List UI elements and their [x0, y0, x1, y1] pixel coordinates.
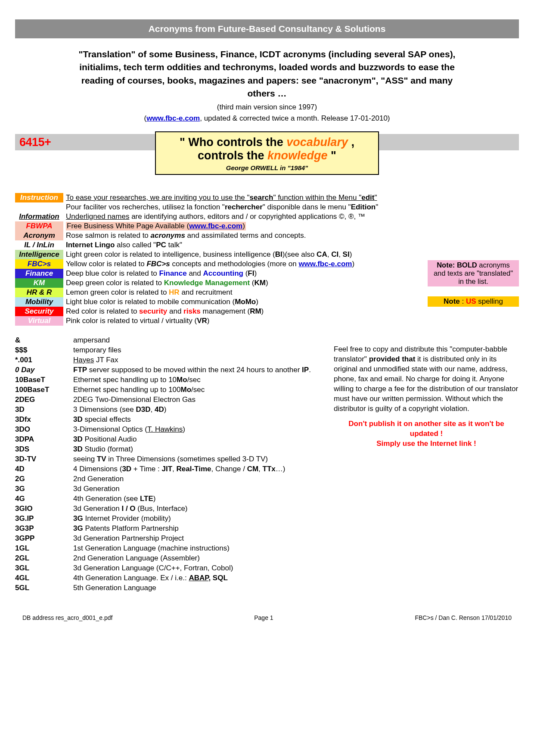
acronym-term: 10BaseT — [15, 375, 73, 385]
intro-link[interactable]: www.fbc-e.com — [146, 114, 200, 122]
acronym-def: 3d Generation I / O (Bus, Interface) — [73, 504, 519, 513]
note-us: Note : US spelling — [428, 296, 519, 307]
acronym-def: 4th Generation Language. Ex / i.e.: ABAP… — [73, 573, 519, 583]
acronym-def: 3G Patents Platform Partnership — [73, 523, 519, 533]
acronym-def: 3d Generation Partnership Project — [73, 533, 519, 543]
intro-sub1: (third main version since 1997) — [71, 103, 463, 112]
acronym-term: & — [15, 335, 73, 345]
legend-virtual: Virtual — [15, 316, 63, 326]
warning-line2: Simply use the Internet link ! — [334, 439, 519, 448]
quote-attr: George ORWELL in "1984" — [160, 164, 374, 171]
acronym-row: 3GPP3d Generation Partnership Project — [15, 533, 519, 543]
acronym-term: 3DO — [15, 424, 73, 434]
acronym-def: 4th Generation (see LTE) — [73, 494, 519, 504]
legend-km: KM — [15, 278, 63, 288]
acronym-row: 4GL4th Generation Language. Ex / i.e.: A… — [15, 573, 519, 583]
note-bold: Note: BOLD acronyms and texts are "trans… — [428, 260, 519, 286]
acronym-term: 3G3P — [15, 523, 73, 533]
acronym-row: 2GL2nd Generation Language (Assembler) — [15, 553, 519, 563]
acronym-def: 3d Generation — [73, 484, 519, 494]
acronym-table: Feel free to copy and distribute this "c… — [15, 335, 519, 593]
acronym-term: 2G — [15, 474, 73, 484]
footer: DB address res_acro_d001_e.pdf Page 1 FB… — [0, 601, 534, 625]
intro-sub2: (www.fbc-e.com, updated & corrected twic… — [71, 114, 463, 123]
acronym-term: 4GL — [15, 573, 73, 583]
acronym-def: 4 Dimensions (3D + Time : JIT, Real-Time… — [73, 464, 519, 474]
acronym-def: 3G Internet Provider (mobility) — [73, 513, 519, 523]
acronym-term: 5GL — [15, 583, 73, 593]
legend-instruction: Instruction — [15, 193, 63, 202]
legend-mobility: Mobility — [15, 297, 63, 307]
acronym-row: 3G.IP3G Internet Provider (mobility) — [15, 513, 519, 523]
footer-center: Page 1 — [254, 614, 273, 621]
acronym-def: seeing TV in Three Dimensions (sometimes… — [73, 454, 519, 464]
legend-finance: Finance — [15, 269, 63, 278]
acronym-term: 2DEG — [15, 395, 73, 404]
legend-information: Information — [15, 212, 63, 221]
legend-fbcs: FBC>s — [15, 259, 63, 269]
acronym-term: 4G — [15, 494, 73, 504]
acronym-def: 5th Generation Language — [73, 583, 519, 593]
acronym-def: 1st Generation Language (machine instruc… — [73, 543, 519, 553]
intro-block: "Translation" of some Business, Finance,… — [15, 48, 519, 123]
acronym-row: 3G3P3G Patents Platform Partnership — [15, 523, 519, 533]
acronym-term: 3DS — [15, 444, 73, 454]
acronym-term: 1GL — [15, 543, 73, 553]
legend-il: IL / InLin — [15, 240, 63, 250]
footer-right: FBC>s / Dan C. Renson 17/01/2010 — [415, 614, 512, 621]
acronym-row: 3D-TVseeing TV in Three Dimensions (some… — [15, 454, 519, 464]
acronym-def: ampersand — [73, 335, 519, 345]
acronym-row: 3G3d Generation — [15, 484, 519, 494]
acronym-term: *.001 — [15, 355, 73, 365]
intro-text: "Translation" of some Business, Finance,… — [71, 48, 463, 100]
fbwpa-link[interactable]: www.fbc-e.com — [189, 222, 242, 230]
acronym-row: 4D4 Dimensions (3D + Time : JIT, Real-Ti… — [15, 464, 519, 474]
acronym-row: 3GIO3d Generation I / O (Bus, Interface) — [15, 504, 519, 513]
quote-box: " Who controls the vocabulary , controls… — [155, 131, 379, 175]
legend-security: Security — [15, 307, 63, 316]
acronym-term: 0 Day — [15, 365, 73, 375]
acronym-term: 3D-TV — [15, 454, 73, 464]
acronym-def: 3d Generation Language (C/C++, Fortran, … — [73, 563, 519, 573]
footer-left: DB address res_acro_d001_e.pdf — [22, 614, 112, 621]
acronym-term: 100BaseT — [15, 385, 73, 395]
acronym-def: 2nd Generation Language (Assembler) — [73, 553, 519, 563]
acronym-row: 3GL3d Generation Language (C/C++, Fortra… — [15, 563, 519, 573]
acronym-def: 2nd Generation — [73, 474, 519, 484]
fbcs-link[interactable]: www.fbc-e.com — [298, 260, 352, 268]
acronym-term: 2GL — [15, 553, 73, 563]
legend-hr: HR & R — [15, 288, 63, 297]
acronym-row: &ampersand — [15, 335, 519, 345]
acronym-row: 2G2nd Generation — [15, 474, 519, 484]
legend-acronym: Acronym — [15, 231, 63, 240]
acronym-row: 1GL1st Generation Language (machine inst… — [15, 543, 519, 553]
acronym-term: 4D — [15, 464, 73, 474]
acronym-term: 3Dfx — [15, 414, 73, 424]
acronym-term: 3GL — [15, 563, 73, 573]
acronym-term: 3G.IP — [15, 513, 73, 523]
acronym-term: 3GPP — [15, 533, 73, 543]
acronym-row: 5GL5th Generation Language — [15, 583, 519, 593]
page-title: Acronyms from Future-Based Consultancy &… — [15, 19, 519, 38]
legend: Instruction To ease your researches, we … — [15, 193, 519, 326]
acronym-term: $$$ — [15, 345, 73, 355]
acronym-term: 3D — [15, 404, 73, 414]
legend-intel: Intelligence — [15, 250, 63, 259]
legend-fbwpa: FBWPA — [15, 221, 63, 231]
warning-line1: Don't publish it on another site as it w… — [334, 419, 519, 439]
acronym-row: 4G4th Generation (see LTE) — [15, 494, 519, 504]
acronym-term: 3G — [15, 484, 73, 494]
acronym-term: 3DPA — [15, 434, 73, 444]
disclaimer: Feel free to copy and distribute this "c… — [334, 344, 519, 448]
acronym-term: 3GIO — [15, 504, 73, 513]
